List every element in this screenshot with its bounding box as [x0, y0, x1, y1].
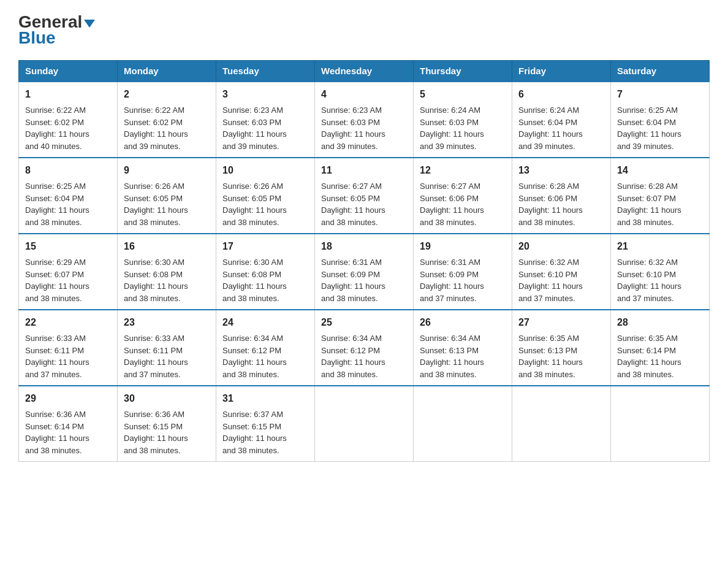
day-number: 20 [518, 239, 604, 254]
daylight-minutes: and 37 minutes. [518, 294, 575, 303]
calendar-cell: 28 Sunrise: 6:35 AM Sunset: 6:14 PM Dayl… [611, 310, 710, 386]
calendar-cell: 13 Sunrise: 6:28 AM Sunset: 6:06 PM Dayl… [512, 158, 611, 234]
daylight-minutes: and 38 minutes. [321, 218, 378, 227]
day-number: 18 [321, 239, 407, 254]
day-number: 14 [617, 163, 703, 178]
sunset-label: Sunset: 6:04 PM [617, 118, 676, 127]
daylight-minutes: and 40 minutes. [25, 142, 82, 151]
day-number: 26 [420, 315, 506, 330]
daylight-minutes: and 37 minutes. [617, 294, 674, 303]
logo: General Blue [18, 12, 95, 48]
daylight-label: Daylight: 11 hours [321, 129, 385, 139]
sunset-label: Sunset: 6:06 PM [518, 194, 577, 203]
daylight-minutes: and 37 minutes. [420, 294, 477, 303]
daylight-minutes: and 38 minutes. [518, 218, 575, 227]
daylight-minutes: and 38 minutes. [25, 446, 82, 455]
sunrise-label: Sunrise: 6:35 AM [518, 334, 579, 343]
daylight-label: Daylight: 11 hours [420, 282, 484, 291]
daylight-minutes: and 39 minutes. [420, 142, 477, 151]
day-number: 8 [25, 163, 111, 178]
daylight-minutes: and 38 minutes. [617, 218, 674, 227]
day-number: 3 [222, 87, 308, 102]
day-number: 30 [124, 391, 210, 406]
daylight-label: Daylight: 11 hours [222, 282, 287, 291]
sunset-label: Sunset: 6:05 PM [321, 194, 380, 203]
daylight-label: Daylight: 11 hours [518, 358, 583, 367]
sunrise-label: Sunrise: 6:30 AM [222, 258, 283, 267]
logo-triangle-icon [84, 20, 95, 28]
daylight-minutes: and 38 minutes. [124, 218, 181, 227]
sunrise-label: Sunrise: 6:25 AM [617, 105, 678, 115]
calendar-cell: 11 Sunrise: 6:27 AM Sunset: 6:05 PM Dayl… [315, 158, 414, 234]
daylight-label: Daylight: 11 hours [518, 205, 583, 215]
calendar-cell: 16 Sunrise: 6:30 AM Sunset: 6:08 PM Dayl… [118, 234, 216, 310]
sunset-label: Sunset: 6:08 PM [124, 270, 183, 279]
calendar-cell: 18 Sunrise: 6:31 AM Sunset: 6:09 PM Dayl… [315, 234, 414, 310]
day-number: 16 [124, 239, 210, 254]
daylight-label: Daylight: 11 hours [124, 434, 188, 443]
day-number: 22 [25, 315, 111, 330]
sunset-label: Sunset: 6:11 PM [124, 346, 183, 355]
calendar-cell: 8 Sunrise: 6:25 AM Sunset: 6:04 PM Dayli… [19, 158, 118, 234]
sunset-label: Sunset: 6:05 PM [124, 194, 183, 203]
calendar-cell: 20 Sunrise: 6:32 AM Sunset: 6:10 PM Dayl… [512, 234, 611, 310]
daylight-label: Daylight: 11 hours [124, 358, 188, 367]
sunset-label: Sunset: 6:10 PM [518, 270, 577, 279]
col-header-saturday: Saturday [611, 61, 710, 82]
daylight-minutes: and 38 minutes. [617, 370, 674, 379]
sunrise-label: Sunrise: 6:37 AM [222, 410, 283, 419]
daylight-minutes: and 39 minutes. [222, 142, 279, 151]
daylight-label: Daylight: 11 hours [617, 205, 681, 215]
calendar-cell: 22 Sunrise: 6:33 AM Sunset: 6:11 PM Dayl… [19, 310, 118, 386]
sunset-label: Sunset: 6:05 PM [222, 194, 281, 203]
sunrise-label: Sunrise: 6:36 AM [25, 410, 86, 419]
sunset-label: Sunset: 6:12 PM [222, 346, 281, 355]
sunrise-label: Sunrise: 6:24 AM [420, 105, 480, 115]
day-number: 25 [321, 315, 407, 330]
sunset-label: Sunset: 6:09 PM [321, 270, 380, 279]
week-row-4: 22 Sunrise: 6:33 AM Sunset: 6:11 PM Dayl… [19, 310, 710, 386]
daylight-minutes: and 38 minutes. [124, 294, 181, 303]
day-number: 15 [25, 239, 111, 254]
daylight-minutes: and 38 minutes. [321, 370, 378, 379]
calendar-cell: 15 Sunrise: 6:29 AM Sunset: 6:07 PM Dayl… [19, 234, 118, 310]
calendar-cell: 29 Sunrise: 6:36 AM Sunset: 6:14 PM Dayl… [19, 386, 118, 462]
daylight-label: Daylight: 11 hours [321, 205, 385, 215]
daylight-minutes: and 38 minutes. [222, 294, 279, 303]
sunrise-label: Sunrise: 6:25 AM [25, 182, 86, 191]
daylight-minutes: and 37 minutes. [25, 370, 82, 379]
daylight-label: Daylight: 11 hours [222, 129, 287, 139]
day-number: 24 [222, 315, 308, 330]
sunset-label: Sunset: 6:03 PM [420, 118, 479, 127]
daylight-label: Daylight: 11 hours [124, 205, 188, 215]
sunset-label: Sunset: 6:03 PM [222, 118, 281, 127]
daylight-label: Daylight: 11 hours [222, 358, 287, 367]
calendar-cell: 4 Sunrise: 6:23 AM Sunset: 6:03 PM Dayli… [315, 82, 414, 158]
sunset-label: Sunset: 6:13 PM [420, 346, 479, 355]
sunrise-label: Sunrise: 6:22 AM [124, 105, 184, 115]
calendar-cell [512, 386, 611, 462]
daylight-minutes: and 39 minutes. [321, 142, 378, 151]
sunset-label: Sunset: 6:04 PM [518, 118, 577, 127]
calendar-cell: 10 Sunrise: 6:26 AM Sunset: 6:05 PM Dayl… [216, 158, 315, 234]
day-number: 19 [420, 239, 506, 254]
daylight-label: Daylight: 11 hours [25, 205, 89, 215]
sunset-label: Sunset: 6:04 PM [25, 194, 84, 203]
calendar-cell: 30 Sunrise: 6:36 AM Sunset: 6:15 PM Dayl… [118, 386, 216, 462]
sunset-label: Sunset: 6:11 PM [25, 346, 84, 355]
daylight-label: Daylight: 11 hours [25, 282, 89, 291]
daylight-minutes: and 38 minutes. [222, 446, 279, 455]
day-number: 29 [25, 391, 111, 406]
daylight-minutes: and 38 minutes. [222, 370, 279, 379]
calendar-cell: 24 Sunrise: 6:34 AM Sunset: 6:12 PM Dayl… [216, 310, 315, 386]
calendar-cell: 27 Sunrise: 6:35 AM Sunset: 6:13 PM Dayl… [512, 310, 611, 386]
day-number: 23 [124, 315, 210, 330]
sunrise-label: Sunrise: 6:33 AM [25, 334, 86, 343]
calendar-cell: 1 Sunrise: 6:22 AM Sunset: 6:02 PM Dayli… [19, 82, 118, 158]
sunset-label: Sunset: 6:12 PM [321, 346, 380, 355]
daylight-label: Daylight: 11 hours [420, 129, 484, 139]
daylight-label: Daylight: 11 hours [518, 282, 583, 291]
daylight-minutes: and 38 minutes. [420, 218, 477, 227]
daylight-label: Daylight: 11 hours [25, 358, 89, 367]
daylight-label: Daylight: 11 hours [518, 129, 583, 139]
